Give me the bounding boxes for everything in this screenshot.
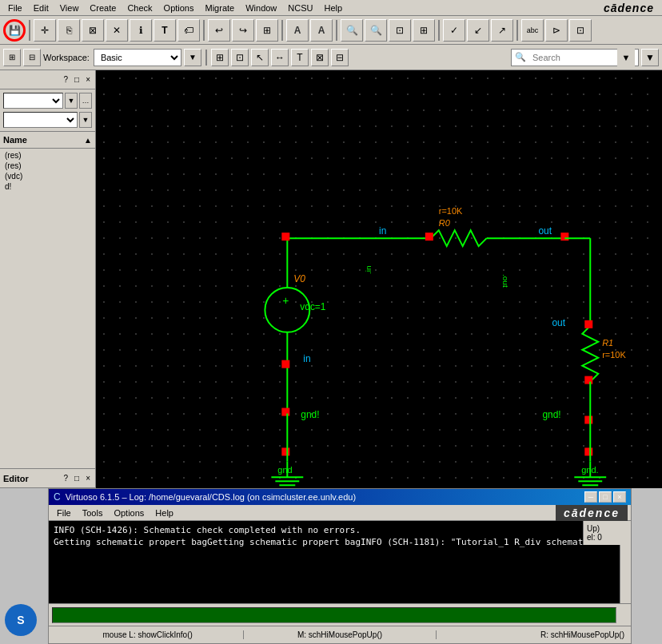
text-button[interactable]: T [154, 19, 176, 42]
editor-title: Editor [3, 474, 59, 483]
log-menu-help[interactable]: Help [150, 507, 178, 519]
mirror-button[interactable]: ⊠ [82, 19, 104, 42]
panel-float-btn[interactable]: □ [73, 74, 81, 85]
label-button[interactable]: 🏷 [177, 19, 200, 42]
tb2-b7[interactable]: ⊟ [331, 49, 349, 66]
menu-create[interactable]: Create [85, 2, 121, 14]
menu-view[interactable]: View [55, 2, 84, 14]
panel-help-btn[interactable]: ? [62, 74, 70, 85]
v0-label: V0 [293, 273, 305, 284]
extra2-button[interactable]: ⊡ [569, 19, 592, 42]
text-b-button[interactable]: A [310, 19, 333, 42]
svg-rect-9 [560, 233, 568, 241]
menu-check[interactable]: Check [122, 2, 157, 14]
menu-ncsu[interactable]: NCSU [283, 2, 317, 14]
panel-close-btn[interactable]: × [84, 74, 92, 85]
list-item[interactable]: (vdc) [3, 171, 92, 181]
log-menu-options[interactable]: Options [109, 507, 149, 519]
list-item[interactable]: d! [3, 181, 92, 192]
list-item[interactable]: (res) [3, 150, 92, 161]
extra-button[interactable]: ⊳ [545, 19, 568, 42]
log-menu-tools[interactable]: Tools [78, 507, 108, 519]
tb2-b5[interactable]: T [291, 49, 309, 66]
log-panel: C Virtuoso 6.1.5 – Log: /home/guevaral/C… [48, 488, 632, 644]
dropdown-row1: ▼ … [3, 93, 92, 109]
lib-dd-btn[interactable]: ▼ [65, 93, 78, 109]
list-item[interactable]: (res) [3, 161, 92, 171]
zoom-out-button[interactable]: 🔍 [365, 19, 387, 42]
tb2-arrow-btn[interactable]: ↖ [251, 49, 269, 66]
log-close-btn[interactable]: × [613, 491, 626, 503]
right-btn1[interactable]: Up) [587, 524, 628, 533]
separator3 [281, 20, 283, 41]
lib-select[interactable] [3, 93, 63, 109]
abc-button[interactable]: abc [521, 19, 544, 42]
separator5 [438, 20, 440, 41]
workspace-select[interactable]: Basic Advanced [94, 49, 181, 66]
pin-button[interactable]: ↙ [467, 19, 489, 42]
vdc-label: vdc=1 [300, 301, 326, 312]
editor-float-btn[interactable]: □ [73, 473, 81, 483]
redo-button[interactable]: ↪ [232, 19, 254, 42]
cell-select[interactable] [3, 112, 78, 128]
search-options-btn[interactable]: ▼ [641, 49, 659, 66]
log-content[interactable]: INFO (SCH-1426): Schematic check complet… [49, 521, 620, 603]
log-statusbar: mouse L: showClickInfo() M: schHiMousePo… [49, 626, 631, 643]
svg-rect-21 [584, 376, 592, 384]
cell-dd-btn[interactable]: ▼ [79, 112, 92, 128]
select-button[interactable]: ⊞ [256, 19, 278, 42]
log-menu-file[interactable]: File [52, 507, 76, 519]
search-dropdown-btn[interactable]: ▼ [617, 49, 635, 66]
tb2-b6[interactable]: ⊠ [311, 49, 329, 66]
menu-window[interactable]: Window [241, 2, 281, 14]
dropdown-row2: ▼ [3, 112, 92, 128]
search-container: 🔍 ▼ [511, 49, 639, 66]
log-line1: INFO (SCH-1426): Schematic check complet… [54, 524, 615, 536]
move-button[interactable]: ✛ [34, 19, 56, 42]
tb2-b1[interactable]: ⊞ [211, 49, 229, 66]
menubar: File Edit View Create Check Options Migr… [0, 0, 662, 16]
svg-rect-7 [281, 233, 289, 241]
log-minimize-btn[interactable]: ─ [584, 491, 597, 503]
sort-arrow[interactable]: ▲ [84, 136, 92, 145]
log-restore-btn[interactable]: □ [599, 491, 612, 503]
undo-button[interactable]: ↩ [208, 19, 230, 42]
delete-button[interactable]: ✕ [106, 19, 128, 42]
menu-help[interactable]: Help [319, 2, 347, 14]
spinning-icon[interactable]: S [5, 604, 37, 636]
fit-button[interactable]: ⊞ [413, 19, 435, 42]
menu-edit[interactable]: Edit [29, 2, 54, 14]
save-button[interactable]: 💾 [3, 19, 26, 42]
search-input[interactable] [529, 51, 617, 64]
svg-text:R0: R0 [439, 218, 450, 228]
wire-button[interactable]: ↗ [491, 19, 513, 42]
zoom-in-button[interactable]: 🔍 [341, 19, 363, 42]
log-content-area: INFO (SCH-1426): Schematic check complet… [49, 521, 631, 603]
tb2-b2[interactable]: ⊡ [231, 49, 249, 66]
menu-file[interactable]: File [3, 2, 27, 14]
tb2-btn1[interactable]: ⊞ [3, 49, 21, 66]
info-button[interactable]: ℹ [130, 19, 152, 42]
status-left: mouse L: showClickInfo() [52, 630, 244, 639]
name-list: (res) (res) (vdc) d! [0, 149, 95, 468]
editor-help-btn[interactable]: ? [62, 473, 70, 483]
check-button[interactable]: ✓ [443, 19, 465, 42]
log-title: Virtuoso 6.1.5 – Log: /home/guevaral/CDS… [66, 492, 583, 502]
tb2-dd-btn[interactable]: ▼ [184, 49, 201, 66]
log-input[interactable] [52, 607, 616, 623]
tb2-b4[interactable]: ↔ [271, 49, 289, 66]
separator6 [516, 20, 518, 41]
svg-rect-20 [281, 447, 289, 455]
tb2-btn2[interactable]: ⊟ [23, 49, 41, 66]
menu-migrate[interactable]: Migrate [201, 2, 240, 14]
name-header: Name ▲ [0, 131, 95, 149]
schematic-area[interactable]: + V0 vdc=1 R0 r=10K in out [96, 70, 662, 488]
svg-rect-18 [281, 360, 289, 368]
menu-options[interactable]: Options [159, 2, 199, 14]
editor-close-btn[interactable]: × [84, 473, 92, 483]
zoom-fit-button[interactable]: ⊡ [389, 19, 411, 42]
separator [29, 20, 30, 41]
lib-more-btn[interactable]: … [79, 93, 92, 109]
copy-button[interactable]: ⎘ [58, 19, 80, 42]
text-a-button[interactable]: A [286, 19, 309, 42]
